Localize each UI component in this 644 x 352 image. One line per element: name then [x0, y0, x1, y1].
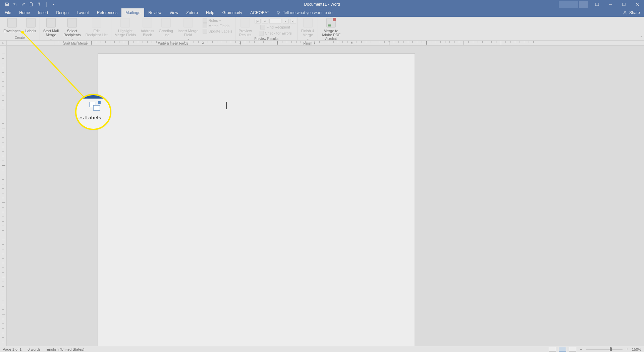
highlight-merge-fields-button: Highlight Merge Fields — [113, 17, 138, 37]
tab-acrobat[interactable]: ACROBAT — [246, 8, 273, 17]
new-doc-icon[interactable] — [29, 2, 34, 7]
account-box[interactable] — [559, 1, 578, 8]
group-preview-results: Preview Results |◂ ◂ ▸ ▸| Find Recipient… — [235, 17, 298, 40]
status-language[interactable]: English (United States) — [47, 347, 85, 351]
tab-mailings[interactable]: Mailings — [121, 8, 144, 17]
find-recipient-button: Find Recipient — [259, 25, 291, 30]
address-block-icon — [143, 18, 152, 27]
update-labels-label: Update Labels — [209, 29, 232, 33]
tab-insert[interactable]: Insert — [34, 8, 52, 17]
read-mode-icon[interactable] — [549, 347, 556, 352]
start-mail-merge-button[interactable]: Start Mail Merge ▾ — [41, 17, 61, 42]
find-recipient-label: Find Recipient — [266, 25, 290, 29]
merge-to-pdf-button[interactable]: Merge to Adobe PDF — [319, 17, 342, 37]
check-errors-icon — [259, 31, 264, 36]
finish-merge-label: Finish & Merge — [301, 29, 315, 37]
address-block-label: Address Block — [141, 29, 154, 37]
rules-icon — [203, 18, 207, 23]
rules-button: Rules ▾ — [201, 18, 234, 23]
status-words[interactable]: 0 words — [28, 347, 41, 351]
zoom-in-icon[interactable]: + — [625, 347, 629, 352]
status-bar: Page 1 of 1 0 words English (United Stat… — [0, 346, 644, 352]
next-record-icon: ▸ — [283, 19, 289, 23]
select-recipients-button[interactable]: Select Recipients ▾ — [61, 17, 83, 42]
undo-icon[interactable] — [13, 2, 17, 7]
status-page[interactable]: Page 1 of 1 — [3, 347, 21, 351]
finish-merge-button: Finish & Merge ▾ — [299, 17, 317, 42]
collapse-ribbon-icon[interactable]: ˄ — [640, 35, 642, 39]
match-fields-icon — [203, 23, 207, 28]
start-mail-merge-icon — [46, 18, 56, 27]
greeting-line-button: Greeting Line — [157, 17, 175, 37]
group-acrobat: Merge to Adobe PDF Acrobat — [318, 17, 344, 40]
window-title: Document11 - Word — [304, 2, 340, 7]
zoom-thumb[interactable] — [610, 347, 612, 351]
group-create-label: Create — [1, 36, 38, 40]
save-icon[interactable] — [5, 2, 9, 7]
address-block-button: Address Block — [139, 17, 156, 37]
merge-to-pdf-label: Merge to Adobe PDF — [321, 29, 340, 37]
qat-customize-icon[interactable] — [51, 2, 56, 7]
envelopes-button[interactable]: Envelopes — [1, 17, 22, 33]
edit-recipient-list-label: Edit Recipient List — [86, 29, 108, 37]
tab-review[interactable]: Review — [144, 8, 165, 17]
magnifier-labels-icon — [88, 101, 101, 111]
redo-icon[interactable] — [21, 2, 25, 7]
work-area — [0, 46, 644, 346]
group-start-mail-merge: Start Mail Merge ▾ Select Recipients ▾ E… — [40, 17, 111, 40]
zoom-value[interactable]: 150% — [632, 347, 641, 351]
write-insert-small-list: Rules ▾ Match Fields Update Labels — [201, 17, 234, 34]
tab-design[interactable]: Design — [52, 8, 72, 17]
greeting-line-label: Greeting Line — [159, 29, 173, 37]
tab-grammarly[interactable]: Grammarly — [218, 8, 246, 17]
tab-view[interactable]: View — [166, 8, 182, 17]
last-record-icon: ▸| — [290, 19, 296, 23]
vertical-ruler[interactable] — [0, 46, 7, 346]
title-right — [559, 0, 644, 8]
labels-label: Labels — [25, 29, 36, 33]
horizontal-ruler[interactable]: 1234567 — [7, 41, 644, 46]
zoom-out-icon[interactable]: − — [579, 347, 583, 352]
tell-me[interactable]: Tell me what you want to do — [276, 8, 332, 17]
web-layout-icon[interactable] — [569, 347, 576, 352]
ribbon-tabs: File Home Insert Design Layout Reference… — [0, 8, 644, 17]
rules-label: Rules — [209, 18, 218, 22]
group-write-insert: Highlight Merge Fields Address Block Gre… — [111, 17, 235, 40]
lightbulb-icon — [276, 10, 281, 15]
text-cursor — [226, 102, 227, 109]
check-errors-button: Check for Errors — [258, 31, 293, 36]
select-recipients-icon — [67, 18, 77, 27]
update-labels-icon — [203, 29, 207, 34]
group-finish: Finish & Merge ▾ Finish — [298, 17, 318, 40]
svg-rect-2 — [623, 3, 625, 6]
close-icon[interactable] — [631, 0, 644, 8]
zoom-slider[interactable] — [586, 349, 623, 350]
account-box-2[interactable] — [579, 1, 588, 8]
share-label[interactable]: Share — [629, 10, 640, 15]
preview-results-label: Preview Results — [239, 29, 252, 37]
tab-selector[interactable]: L — [0, 41, 7, 46]
share-icon — [623, 10, 627, 15]
tab-layout[interactable]: Layout — [73, 8, 93, 17]
tab-zotero[interactable]: Zotero — [182, 8, 202, 17]
edit-recipient-list-button: Edit Recipient List — [84, 17, 110, 37]
maximize-icon[interactable] — [617, 0, 631, 8]
prev-record-icon: ◂ — [262, 19, 268, 23]
ribbon-display-options-icon[interactable] — [590, 0, 604, 8]
labels-button[interactable]: Labels — [23, 17, 38, 33]
minimize-icon[interactable] — [604, 0, 617, 8]
record-field — [269, 19, 281, 23]
title-bar: Document11 - Word — [0, 0, 644, 8]
format-painter-icon[interactable] — [37, 2, 42, 7]
insert-merge-field-label: Insert Merge Field — [178, 29, 199, 37]
tab-references[interactable]: References — [93, 8, 121, 17]
document-page[interactable] — [98, 54, 415, 346]
labels-icon — [26, 18, 36, 27]
tab-home[interactable]: Home — [15, 8, 34, 17]
tab-file[interactable]: File — [1, 8, 15, 17]
document-scroll[interactable] — [7, 46, 644, 346]
print-layout-icon[interactable] — [559, 347, 566, 352]
highlight-merge-fields-icon — [120, 18, 130, 27]
tab-help[interactable]: Help — [202, 8, 218, 17]
merge-to-pdf-icon — [326, 18, 336, 27]
